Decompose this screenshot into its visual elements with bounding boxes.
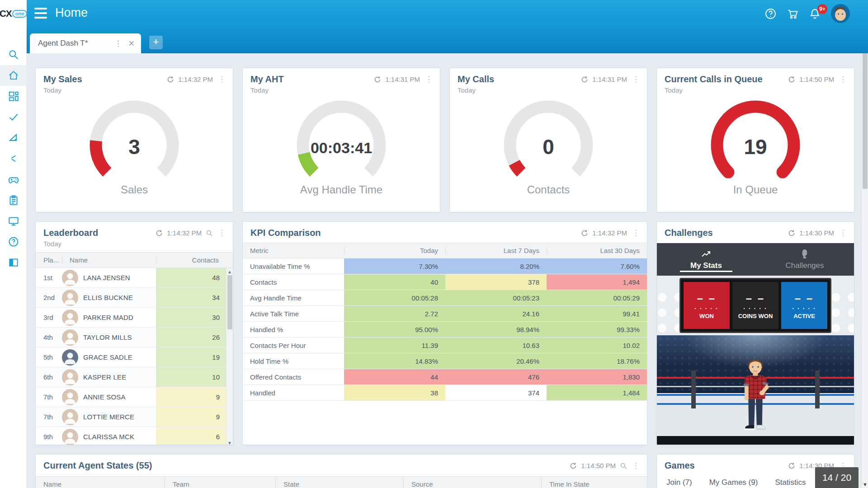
kpi-row[interactable]: Offered Contacts 44 476 1,830 (243, 369, 647, 385)
sidebar-item-tasks[interactable] (0, 107, 27, 127)
kpi-row[interactable]: Unavailable Time % 7.30% 8.20% 7.60% (243, 258, 647, 274)
sidebar-item-search[interactable] (0, 44, 27, 65)
leaderboard-row[interactable]: 4th TAYLOR MILLS 26 (36, 328, 226, 347)
avatar-character (730, 358, 781, 441)
widget-menu-icon[interactable]: ⋮ (631, 230, 641, 236)
widget-my-calls: My Calls 1:14:31 PM ⋮ Today 0 Contacts (449, 68, 647, 212)
top-icon-group: 9+ (764, 0, 850, 27)
refresh-icon[interactable] (156, 230, 163, 237)
sidebar-item-evaluations[interactable] (0, 190, 27, 211)
sidebar-item-share[interactable] (0, 148, 27, 169)
kpi-table-body: Unavailable Time % 7.30% 8.20% 7.60% Con… (243, 258, 647, 401)
refresh-icon[interactable] (788, 76, 795, 83)
refresh-icon[interactable] (581, 76, 588, 83)
widget-menu-icon[interactable]: ⋮ (217, 230, 226, 236)
page-scroll-down-icon[interactable]: ▼ (862, 482, 868, 487)
refresh-icon[interactable] (788, 230, 795, 237)
sidebar-item-help[interactable] (0, 231, 27, 252)
widget-period: Today (450, 84, 647, 94)
refresh-icon[interactable] (167, 76, 174, 83)
page-scroll-thumb[interactable] (863, 53, 868, 189)
scroll-down-icon[interactable]: ▼ (227, 439, 232, 445)
widget-period: Today (243, 84, 440, 94)
aht-gauge: 00:03:41 (292, 98, 391, 184)
notifications-bell-icon[interactable]: 9+ (809, 8, 821, 20)
page-title: Home (55, 6, 88, 20)
leaderboard-row[interactable]: 6th KASPER LEE 10 (36, 367, 226, 387)
challenges-stats-zone: – – • • • • • WON – – • • • • • COINS WO… (657, 276, 854, 335)
kpi-row[interactable]: Contacts 40 378 1,494 (243, 274, 647, 290)
widget-title: Leaderboard (43, 228, 156, 238)
scoreboard: – – • • • • • WON – – • • • • • COINS WO… (679, 278, 831, 333)
widget-menu-icon[interactable]: ⋮ (838, 230, 848, 236)
leaderboard-row[interactable]: 3rd PARKER MADD 30 (36, 308, 226, 328)
user-avatar[interactable] (831, 4, 850, 23)
kpi-row[interactable]: Active Talk Time 2.72 24.16 99.41 (243, 306, 647, 322)
widget-menu-icon[interactable]: ⋮ (838, 76, 848, 83)
leaderboard-row[interactable]: 5th GRACE SADLE 19 (36, 347, 226, 367)
sidebar-item-home[interactable] (0, 65, 27, 86)
tab-agent-dash[interactable]: Agent Dash T* ⋮ ✕ (30, 33, 141, 53)
leaderboard-row[interactable]: 9th CLARISSA MCK 6 (36, 427, 226, 445)
widget-my-aht: My AHT 1:14:31 PM ⋮ Today 00:03:41 Avg H (242, 68, 440, 212)
leaderboard-row[interactable]: 1st LANA JENSEN 48 (36, 268, 226, 288)
widget-title: Challenges (665, 228, 788, 238)
tab-kebab-icon[interactable]: ⋮ (110, 39, 127, 48)
refresh-icon[interactable] (581, 230, 588, 237)
gauge-value: 3 (85, 135, 184, 159)
tab-statistics[interactable]: Statistics (775, 478, 806, 487)
page-scrollbar[interactable]: ▼ (861, 53, 868, 488)
widget-title: My AHT (250, 74, 374, 84)
tab-challenges[interactable]: Challenges (755, 243, 854, 276)
sidebar-item-metrics[interactable] (0, 127, 27, 148)
scroll-up-icon[interactable]: ▲ (227, 268, 232, 276)
refresh-icon[interactable] (788, 462, 795, 469)
agent-avatar (62, 389, 78, 405)
kpi-row[interactable]: Contacts Per Hour 11.39 10.63 10.02 (243, 338, 647, 353)
cart-icon[interactable] (787, 8, 799, 20)
widget-menu-icon[interactable]: ⋮ (631, 463, 641, 469)
kpi-row[interactable]: Hold Time % 14.83% 20.46% 18.76% (243, 353, 647, 369)
widget-menu-icon[interactable]: ⋮ (217, 76, 226, 83)
kpi-row[interactable]: Handled 38 374 1,484 (243, 385, 647, 401)
dashboard-icon (8, 90, 19, 102)
leaderboard-scrollbar[interactable]: ▲ ▼ (226, 268, 233, 445)
scroll-thumb[interactable] (227, 275, 232, 329)
kpi-row[interactable]: Handled % 95.00% 98.94% 99.33% (243, 322, 647, 338)
tab-close-icon[interactable]: ✕ (127, 39, 141, 48)
widget-kpi-comparison: KPI Comparison 1:14:32 PM ⋮ Metric Today… (242, 221, 647, 445)
help-icon[interactable] (764, 8, 777, 20)
kpi-row[interactable]: Avg Handle Time 00:05:28 00:05:23 00:05:… (243, 290, 647, 306)
tab-my-stats[interactable]: My Stats (657, 243, 755, 276)
question-circle-icon (8, 236, 19, 248)
refresh-time: 1:14:31 PM (385, 75, 420, 83)
leaderboard-row[interactable]: 7th ANNIE SOSA 9 (36, 387, 226, 407)
cxone-logo[interactable]: CX one (0, 0, 27, 27)
queue-gauge: 19 (706, 98, 805, 184)
sidebar-item-dashboards[interactable] (0, 86, 27, 107)
left-sidebar (0, 27, 27, 488)
sidebar-item-panels[interactable] (0, 252, 27, 273)
refresh-time: 1:14:32 PM (178, 75, 213, 83)
sidebar-item-games[interactable] (0, 169, 27, 190)
widget-search-icon[interactable] (620, 462, 627, 469)
add-tab-button[interactable]: + (149, 36, 163, 49)
hamburger-menu-icon[interactable] (34, 8, 47, 19)
refresh-icon[interactable] (570, 462, 577, 469)
scoreboard-active-panel: – – • • • • • ACTIVE (781, 282, 827, 329)
widget-menu-icon[interactable]: ⋮ (424, 76, 434, 83)
widget-search-icon[interactable] (206, 230, 213, 237)
refresh-icon[interactable] (374, 76, 381, 83)
widget-menu-icon[interactable]: ⋮ (631, 76, 641, 83)
leaderboard-row[interactable]: 7th LOTTIE MERCE 9 (36, 407, 226, 427)
tab-my-games[interactable]: My Games (9) (709, 478, 758, 487)
leaderboard-header-row: Pla... Name Contacts (36, 252, 233, 268)
tab-label: Agent Dash T* (30, 39, 110, 48)
monitor-icon (8, 215, 19, 227)
sidebar-item-monitoring[interactable] (0, 211, 27, 231)
tab-join[interactable]: Join (7) (666, 478, 692, 487)
widget-challenges: Challenges 1:14:30 PM ⋮ My Stats Challe (656, 221, 854, 445)
gauge-label: Avg Handle Time (243, 183, 440, 196)
agent-avatar (62, 270, 78, 286)
leaderboard-row[interactable]: 2nd ELLIS BUCKNE 34 (36, 288, 226, 308)
